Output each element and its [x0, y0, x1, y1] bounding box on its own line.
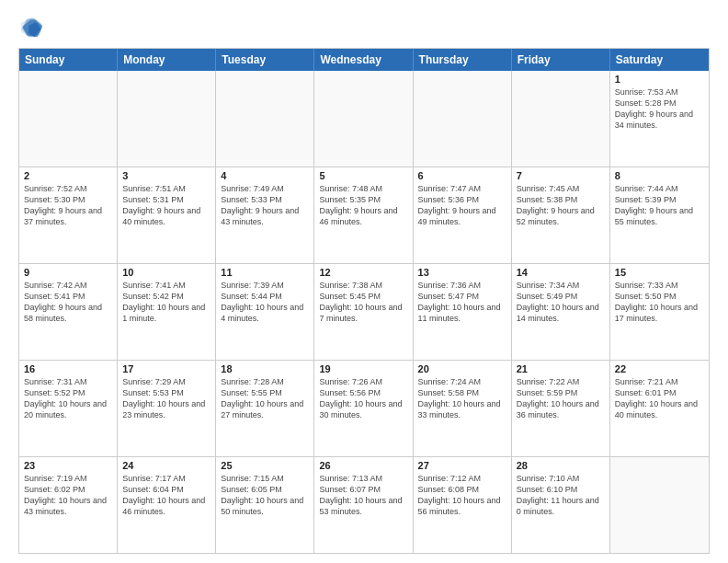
day-info: Sunrise: 7:36 AM Sunset: 5:47 PM Dayligh…	[418, 280, 506, 325]
calendar-day-15: 15Sunrise: 7:33 AM Sunset: 5:50 PM Dayli…	[610, 264, 709, 360]
calendar-day-22: 22Sunrise: 7:21 AM Sunset: 6:01 PM Dayli…	[610, 361, 709, 456]
calendar-day-11: 11Sunrise: 7:39 AM Sunset: 5:44 PM Dayli…	[216, 264, 314, 360]
header-day-friday: Friday	[512, 49, 610, 71]
calendar-day-19: 19Sunrise: 7:26 AM Sunset: 5:56 PM Dayli…	[314, 361, 413, 456]
day-info: Sunrise: 7:24 AM Sunset: 5:58 PM Dayligh…	[418, 376, 506, 421]
calendar-day-8: 8Sunrise: 7:44 AM Sunset: 5:39 PM Daylig…	[610, 167, 709, 263]
calendar-day-5: 5Sunrise: 7:48 AM Sunset: 5:35 PM Daylig…	[314, 167, 413, 263]
day-number: 27	[418, 460, 506, 471]
day-number: 25	[221, 460, 309, 471]
calendar-week-1: 1Sunrise: 7:53 AM Sunset: 5:28 PM Daylig…	[19, 71, 709, 167]
calendar-day-empty	[118, 71, 216, 167]
day-info: Sunrise: 7:33 AM Sunset: 5:50 PM Dayligh…	[615, 280, 704, 325]
day-info: Sunrise: 7:29 AM Sunset: 5:53 PM Dayligh…	[122, 376, 210, 421]
calendar-week-2: 2Sunrise: 7:52 AM Sunset: 5:30 PM Daylig…	[19, 167, 709, 263]
day-number: 26	[319, 460, 407, 471]
logo	[18, 15, 48, 40]
calendar-day-empty	[314, 71, 413, 167]
day-number: 15	[615, 267, 704, 278]
day-number: 8	[615, 170, 704, 181]
day-number: 21	[517, 363, 605, 374]
day-number: 1	[615, 74, 704, 85]
calendar-day-16: 16Sunrise: 7:31 AM Sunset: 5:52 PM Dayli…	[19, 361, 118, 456]
calendar-week-5: 23Sunrise: 7:19 AM Sunset: 6:02 PM Dayli…	[19, 456, 709, 553]
calendar-day-14: 14Sunrise: 7:34 AM Sunset: 5:49 PM Dayli…	[512, 264, 610, 360]
day-info: Sunrise: 7:52 AM Sunset: 5:30 PM Dayligh…	[24, 183, 112, 228]
calendar-day-20: 20Sunrise: 7:24 AM Sunset: 5:58 PM Dayli…	[414, 361, 512, 456]
day-number: 16	[24, 363, 112, 374]
calendar-day-18: 18Sunrise: 7:28 AM Sunset: 5:55 PM Dayli…	[216, 361, 314, 456]
day-number: 5	[319, 170, 407, 181]
day-info: Sunrise: 7:44 AM Sunset: 5:39 PM Dayligh…	[615, 183, 704, 228]
header-day-thursday: Thursday	[414, 49, 512, 71]
day-info: Sunrise: 7:38 AM Sunset: 5:45 PM Dayligh…	[319, 280, 407, 325]
day-info: Sunrise: 7:19 AM Sunset: 6:02 PM Dayligh…	[24, 473, 112, 518]
header-day-wednesday: Wednesday	[314, 49, 413, 71]
day-number: 14	[517, 267, 605, 278]
day-info: Sunrise: 7:48 AM Sunset: 5:35 PM Dayligh…	[319, 183, 407, 228]
calendar-day-empty	[610, 457, 709, 553]
calendar-week-4: 16Sunrise: 7:31 AM Sunset: 5:52 PM Dayli…	[19, 360, 709, 456]
calendar: SundayMondayTuesdayWednesdayThursdayFrid…	[18, 48, 710, 554]
day-info: Sunrise: 7:39 AM Sunset: 5:44 PM Dayligh…	[221, 280, 309, 325]
calendar-header: SundayMondayTuesdayWednesdayThursdayFrid…	[19, 49, 709, 71]
day-info: Sunrise: 7:22 AM Sunset: 5:59 PM Dayligh…	[517, 376, 605, 421]
calendar-day-4: 4Sunrise: 7:49 AM Sunset: 5:33 PM Daylig…	[216, 167, 314, 263]
day-number: 9	[24, 267, 112, 278]
header-day-tuesday: Tuesday	[216, 49, 314, 71]
calendar-day-6: 6Sunrise: 7:47 AM Sunset: 5:36 PM Daylig…	[414, 167, 512, 263]
day-number: 3	[122, 170, 210, 181]
day-number: 4	[221, 170, 309, 181]
day-number: 20	[418, 363, 506, 374]
day-number: 22	[615, 363, 704, 374]
day-info: Sunrise: 7:49 AM Sunset: 5:33 PM Dayligh…	[221, 183, 309, 228]
day-info: Sunrise: 7:13 AM Sunset: 6:07 PM Dayligh…	[319, 473, 407, 518]
calendar-day-23: 23Sunrise: 7:19 AM Sunset: 6:02 PM Dayli…	[19, 457, 118, 553]
day-number: 13	[418, 267, 506, 278]
page: SundayMondayTuesdayWednesdayThursdayFrid…	[0, 0, 728, 563]
calendar-day-2: 2Sunrise: 7:52 AM Sunset: 5:30 PM Daylig…	[19, 167, 118, 263]
calendar-day-26: 26Sunrise: 7:13 AM Sunset: 6:07 PM Dayli…	[314, 457, 413, 553]
day-info: Sunrise: 7:12 AM Sunset: 6:08 PM Dayligh…	[418, 473, 506, 518]
day-number: 2	[24, 170, 112, 181]
calendar-body: 1Sunrise: 7:53 AM Sunset: 5:28 PM Daylig…	[19, 71, 709, 553]
calendar-day-21: 21Sunrise: 7:22 AM Sunset: 5:59 PM Dayli…	[512, 361, 610, 456]
calendar-day-10: 10Sunrise: 7:41 AM Sunset: 5:42 PM Dayli…	[118, 264, 216, 360]
day-number: 12	[319, 267, 407, 278]
calendar-day-28: 28Sunrise: 7:10 AM Sunset: 6:10 PM Dayli…	[512, 457, 610, 553]
day-info: Sunrise: 7:47 AM Sunset: 5:36 PM Dayligh…	[418, 183, 506, 228]
calendar-day-12: 12Sunrise: 7:38 AM Sunset: 5:45 PM Dayli…	[314, 264, 413, 360]
day-number: 7	[517, 170, 605, 181]
day-number: 6	[418, 170, 506, 181]
day-info: Sunrise: 7:45 AM Sunset: 5:38 PM Dayligh…	[517, 183, 605, 228]
calendar-day-empty	[216, 71, 314, 167]
calendar-day-empty	[512, 71, 610, 167]
calendar-day-3: 3Sunrise: 7:51 AM Sunset: 5:31 PM Daylig…	[118, 167, 216, 263]
day-info: Sunrise: 7:21 AM Sunset: 6:01 PM Dayligh…	[615, 376, 704, 421]
day-info: Sunrise: 7:15 AM Sunset: 6:05 PM Dayligh…	[221, 473, 309, 518]
calendar-day-25: 25Sunrise: 7:15 AM Sunset: 6:05 PM Dayli…	[216, 457, 314, 553]
day-info: Sunrise: 7:53 AM Sunset: 5:28 PM Dayligh…	[615, 86, 704, 132]
day-info: Sunrise: 7:28 AM Sunset: 5:55 PM Dayligh…	[221, 376, 309, 421]
calendar-day-empty	[414, 71, 512, 167]
logo-icon	[18, 15, 44, 40]
calendar-day-17: 17Sunrise: 7:29 AM Sunset: 5:53 PM Dayli…	[118, 361, 216, 456]
calendar-day-empty	[19, 71, 118, 167]
calendar-day-7: 7Sunrise: 7:45 AM Sunset: 5:38 PM Daylig…	[512, 167, 610, 263]
day-info: Sunrise: 7:51 AM Sunset: 5:31 PM Dayligh…	[122, 183, 210, 228]
calendar-week-3: 9Sunrise: 7:42 AM Sunset: 5:41 PM Daylig…	[19, 263, 709, 360]
day-number: 17	[122, 363, 210, 374]
calendar-day-1: 1Sunrise: 7:53 AM Sunset: 5:28 PM Daylig…	[610, 71, 709, 167]
header	[18, 15, 710, 40]
header-day-sunday: Sunday	[19, 49, 118, 71]
day-info: Sunrise: 7:10 AM Sunset: 6:10 PM Dayligh…	[517, 473, 605, 518]
day-info: Sunrise: 7:42 AM Sunset: 5:41 PM Dayligh…	[24, 280, 112, 325]
header-day-saturday: Saturday	[610, 49, 709, 71]
day-info: Sunrise: 7:34 AM Sunset: 5:49 PM Dayligh…	[517, 280, 605, 325]
day-info: Sunrise: 7:26 AM Sunset: 5:56 PM Dayligh…	[319, 376, 407, 421]
day-info: Sunrise: 7:17 AM Sunset: 6:04 PM Dayligh…	[122, 473, 210, 518]
calendar-day-24: 24Sunrise: 7:17 AM Sunset: 6:04 PM Dayli…	[118, 457, 216, 553]
day-number: 18	[221, 363, 309, 374]
day-info: Sunrise: 7:41 AM Sunset: 5:42 PM Dayligh…	[122, 280, 210, 325]
day-number: 19	[319, 363, 407, 374]
